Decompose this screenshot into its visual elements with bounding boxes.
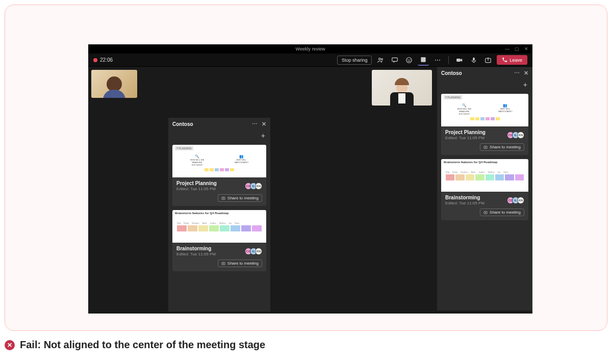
- meeting-title: Weekly review: [296, 46, 325, 51]
- card-preview: T PLANNING 🔍HOW WILL WE MEASURE SUCCESS?…: [441, 94, 528, 126]
- meeting-stage: Contoso ⋯ ✕ + T PLANNING 🔍HOW WILL WE ME…: [88, 67, 532, 314]
- panel-header: Contoso ⋯ ✕: [168, 118, 270, 131]
- card-preview: Brainstorm features for Q4 Roadmap RedEm…: [172, 210, 266, 243]
- example-frame: Weekly review — ▢ ✕ 22:06 Stop sharing ⋯: [5, 5, 607, 331]
- app-panel-stage: Contoso ⋯ ✕ + T PLANNING 🔍HOW WILL WE ME…: [168, 118, 270, 311]
- avatar-stack: CGILKN: [507, 197, 524, 204]
- card-subtitle: Edited: Tue 11:05 PM: [445, 201, 484, 205]
- meeting-toolbar: 22:06 Stop sharing ⋯ Leave: [88, 54, 532, 67]
- svg-point-0: [379, 58, 381, 60]
- panel-title: Contoso: [441, 70, 462, 76]
- panel-close-icon[interactable]: ✕: [262, 121, 266, 127]
- avatar-stack: CGILKN: [245, 183, 262, 190]
- teams-meeting-window: Weekly review — ▢ ✕ 22:06 Stop sharing ⋯: [88, 44, 532, 314]
- maximize-icon[interactable]: ▢: [515, 46, 519, 51]
- card-preview: Brainstorm features for Q4 Roadmap RedEm…: [441, 159, 528, 192]
- card-title: Project Planning: [445, 129, 486, 135]
- recording-dot-icon: [93, 58, 97, 62]
- document-card[interactable]: T PLANNING 🔍HOW WILL WE MEASURE SUCCESS?…: [172, 145, 266, 206]
- card-subtitle: Edited: Tue 11:05 PM: [445, 136, 486, 140]
- share-tray-icon[interactable]: [482, 55, 494, 66]
- app-side-panel: Contoso ⋯ ✕ + T PLANNING 🔍HOW WILL WE ME…: [437, 67, 532, 310]
- toolbar-separator: [448, 56, 449, 64]
- card-title: Project Planning: [176, 180, 217, 186]
- svg-rect-6: [421, 57, 426, 62]
- svg-point-1: [381, 58, 383, 60]
- panel-close-icon[interactable]: ✕: [524, 70, 528, 76]
- window-titlebar: Weekly review — ▢ ✕: [88, 44, 532, 54]
- share-to-meeting-button[interactable]: Share to meeting: [218, 259, 262, 267]
- card-title: Brainstorming: [176, 246, 216, 251]
- participant-video-1[interactable]: [91, 70, 137, 98]
- panel-title: Contoso: [172, 121, 193, 127]
- card-subtitle: Edited: Tue 11:05 PM: [176, 187, 217, 191]
- more-actions-icon[interactable]: ⋯: [432, 55, 443, 66]
- svg-point-5: [410, 59, 411, 60]
- share-to-meeting-button[interactable]: Share to meeting: [480, 209, 524, 216]
- avatar-stack: CGILKN: [507, 132, 524, 139]
- svg-rect-2: [392, 58, 398, 61]
- fail-icon: ✕: [5, 340, 15, 350]
- panel-more-icon[interactable]: ⋯: [514, 70, 520, 76]
- svg-point-3: [406, 57, 412, 63]
- panel-more-icon[interactable]: ⋯: [252, 121, 258, 127]
- svg-rect-7: [457, 59, 461, 62]
- participant-video-2[interactable]: [372, 70, 432, 106]
- add-button[interactable]: +: [261, 132, 265, 140]
- share-to-meeting-button[interactable]: Share to meeting: [480, 143, 524, 151]
- card-subtitle: Edited: Tue 11:05 PM: [176, 252, 216, 256]
- stop-sharing-button[interactable]: Stop sharing: [337, 56, 372, 65]
- example-caption: ✕ Fail: Not aligned to the center of the…: [5, 339, 265, 351]
- share-to-meeting-button[interactable]: Share to meeting: [218, 194, 262, 202]
- card-preview: T PLANNING 🔍HOW WILL WE MEASURE SUCCESS?…: [172, 145, 266, 177]
- chat-icon[interactable]: [389, 55, 400, 66]
- svg-rect-8: [473, 57, 475, 60]
- mic-icon[interactable]: [468, 55, 479, 66]
- window-controls: — ▢ ✕: [501, 44, 532, 54]
- people-icon[interactable]: [375, 55, 386, 66]
- camera-icon[interactable]: [454, 55, 465, 66]
- caption-text: Fail: Not aligned to the center of the m…: [20, 339, 265, 351]
- panel-header: Contoso ⋯ ✕: [437, 67, 532, 80]
- close-window-icon[interactable]: ✕: [524, 46, 528, 51]
- add-button[interactable]: +: [523, 81, 527, 89]
- panel-toggle-icon[interactable]: [418, 55, 429, 66]
- minimize-icon[interactable]: —: [505, 46, 509, 51]
- document-card[interactable]: T PLANNING 🔍HOW WILL WE MEASURE SUCCESS?…: [441, 94, 528, 155]
- document-card[interactable]: Brainstorm features for Q4 Roadmap RedEm…: [172, 210, 266, 271]
- document-card[interactable]: Brainstorm features for Q4 Roadmap RedEm…: [441, 159, 528, 220]
- recording-time: 22:06: [100, 57, 113, 63]
- reactions-icon[interactable]: [403, 55, 415, 66]
- card-title: Brainstorming: [445, 195, 484, 200]
- leave-button[interactable]: Leave: [497, 55, 527, 65]
- avatar-stack: CGILKN: [245, 248, 262, 255]
- recording-indicator: 22:06: [93, 57, 113, 63]
- svg-point-4: [408, 59, 409, 60]
